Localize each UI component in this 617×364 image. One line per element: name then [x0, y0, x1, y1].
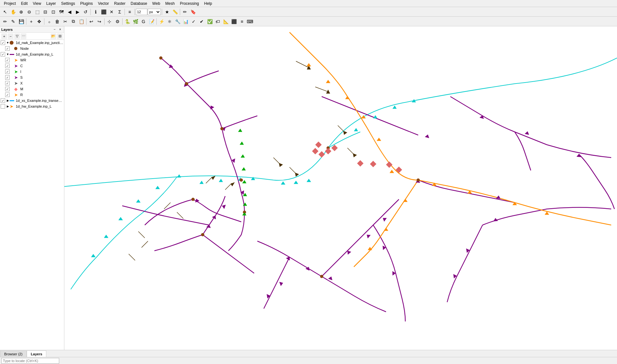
identify-btn[interactable]: ℹ [92, 8, 99, 16]
zoom-out-btn[interactable]: ⊖ [25, 8, 33, 16]
pointer-tool-btn[interactable]: ↖ [1, 8, 9, 16]
layer-checkbox-X[interactable]: ✓ [5, 81, 10, 85]
plugin-btn12[interactable]: ⌨ [246, 18, 254, 25]
add-feature-btn[interactable]: + [27, 18, 35, 25]
layer-checkbox-M[interactable]: ✓ [5, 87, 10, 91]
layer-checkbox-hw[interactable] [1, 104, 5, 109]
gdal-btn[interactable]: G [140, 18, 147, 25]
plugin-btn1[interactable]: ⚡ [158, 18, 165, 25]
log-btn[interactable]: 📝 [148, 18, 155, 25]
layer-row-X[interactable]: ✓ ▶ ➤ X [0, 80, 64, 86]
layer-row-I[interactable]: ✓ ▶ ➤ I [0, 69, 64, 75]
plugin-btn4[interactable]: 📊 [182, 18, 189, 25]
pan-btn[interactable]: ✋ [9, 8, 17, 16]
field-calc-btn[interactable]: Σ [116, 8, 124, 16]
plugin-btn3[interactable]: 🔧 [174, 18, 181, 25]
layer-checkbox-C[interactable]: ✓ [5, 64, 10, 68]
menu-processing[interactable]: Processing [177, 1, 201, 6]
plugin-btn8[interactable]: 🏷 [214, 18, 222, 25]
menu-vector[interactable]: Vector [96, 1, 112, 6]
collapse-all-btn[interactable]: ⊟ [57, 33, 63, 39]
layer-checkbox-WR[interactable]: ✓ [5, 58, 10, 62]
zoom-last-btn[interactable]: ◀ [66, 8, 73, 16]
annotation-btn[interactable]: ✏ [181, 8, 189, 16]
layer-row-junctions[interactable]: ✓ ▼ 1d_nwk_Example.inp_junctions_P [0, 40, 64, 46]
node-tool-btn[interactable]: ⬦ [45, 18, 53, 25]
expand-junctions[interactable]: ▼ [6, 41, 10, 45]
expand-links[interactable]: ▼ [6, 52, 10, 56]
menu-plugins[interactable]: Plugins [78, 1, 95, 6]
layers-options-btn[interactable]: ⋯ [21, 33, 26, 39]
menu-project[interactable]: Project [1, 1, 18, 6]
edit-btn[interactable]: ✎ [9, 18, 17, 25]
locate-input[interactable] [1, 358, 59, 364]
layer-row-R[interactable]: ✓ ▶ ➤ R [0, 92, 64, 98]
filter-layer-btn[interactable]: ▽ [14, 33, 20, 39]
undo-btn[interactable]: ↩ [87, 18, 95, 25]
menu-database[interactable]: Database [128, 1, 150, 6]
highlight-btn[interactable]: ★ [163, 8, 171, 16]
cut-btn[interactable]: ✂ [61, 18, 69, 25]
zoom-layer-btn[interactable]: 🗺 [58, 8, 65, 16]
layer-checkbox-S[interactable]: ✓ [5, 75, 10, 80]
python-btn[interactable]: 🐍 [124, 18, 131, 25]
layer-checkbox-node[interactable]: ✓ [5, 46, 10, 51]
save-layer-btn[interactable]: 💾 [17, 18, 25, 25]
measure-btn[interactable]: 📏 [171, 8, 179, 16]
redo-btn[interactable]: ↪ [96, 18, 103, 25]
zoom-full-btn[interactable]: ⊟ [41, 8, 49, 16]
menu-view[interactable]: View [30, 1, 44, 6]
layers-minus-btn[interactable]: − [52, 27, 57, 32]
expand-transects[interactable]: ▶ [6, 99, 10, 102]
snap-btn[interactable]: ⊹ [106, 18, 113, 25]
layers-close-btn[interactable]: × [58, 27, 63, 32]
scale-input[interactable] [136, 9, 147, 15]
move-feature-btn[interactable]: ✥ [35, 18, 43, 25]
layer-checkbox-links[interactable]: ✓ [1, 52, 5, 57]
zoom-in-btn[interactable]: ⊕ [17, 8, 25, 16]
plugin-btn2[interactable]: ⚛ [166, 18, 173, 25]
layer-checkbox-transects[interactable]: ✓ [1, 98, 5, 103]
delete-feature-btn[interactable]: 🗑 [53, 18, 61, 25]
menu-mesh[interactable]: Mesh [163, 1, 177, 6]
open-layer-btn[interactable]: 📂 [51, 33, 56, 39]
plugin-btn7[interactable]: ✅ [206, 18, 214, 25]
layer-row-transects[interactable]: ✓ ▶ 1d_xs_Example.inp_transects_L [0, 98, 64, 103]
layer-row-C[interactable]: ✓ ▶ ➤ C [0, 63, 64, 69]
copy-btn[interactable]: ⧉ [69, 18, 77, 25]
menu-raster[interactable]: Raster [112, 1, 128, 6]
menu-help[interactable]: Help [202, 1, 215, 6]
plugin-btn9[interactable]: 📐 [222, 18, 230, 25]
plugin-btn5[interactable]: ✓ [190, 18, 198, 25]
bookmark-btn[interactable]: 🔖 [189, 8, 197, 16]
layer-row-links[interactable]: ✓ ▼ 1d_nwk_Example.inp_L [0, 51, 64, 57]
deselect-btn[interactable]: ✕ [108, 8, 115, 16]
layer-checkbox-I[interactable]: ✓ [5, 69, 10, 74]
select-feature-btn[interactable]: ⬛ [100, 8, 107, 16]
tab-layers[interactable]: Layers [27, 351, 46, 357]
remove-layer-btn[interactable]: − [8, 33, 14, 39]
digitize-btn[interactable]: ✏ [1, 18, 9, 25]
menu-settings[interactable]: Settings [59, 1, 78, 6]
zoom-selection-btn[interactable]: ⊡ [50, 8, 57, 16]
refresh-btn[interactable]: ↺ [82, 8, 89, 16]
layer-row-WR[interactable]: ✓ ▶ ➤ WR [0, 57, 64, 63]
tab-browser[interactable]: Browser (2) [0, 351, 27, 357]
menu-web[interactable]: Web [150, 1, 162, 6]
layer-row-M[interactable]: ✓ ▶ ◆ M [0, 86, 64, 92]
plugin-btn11[interactable]: ≡ [238, 18, 246, 25]
zoom-rubber-btn[interactable]: ⬚ [33, 8, 41, 16]
menu-layer[interactable]: Layer [44, 1, 59, 6]
expand-hw[interactable]: ▶ [6, 104, 10, 108]
paste-btn[interactable]: 📋 [78, 18, 85, 25]
layer-row-hw[interactable]: ▶ ➤ 1d_hw_Example.inp_L [0, 103, 64, 109]
layer-row-S[interactable]: ✓ ▶ ➤ S [0, 75, 64, 80]
zoom-next-btn[interactable]: ▶ [74, 8, 81, 16]
menu-edit[interactable]: Edit [18, 1, 30, 6]
plugin-btn6[interactable]: ✔ [198, 18, 206, 25]
layer-row-node[interactable]: ✓ ▶ Node [0, 46, 64, 51]
add-layer-btn[interactable]: + [1, 33, 7, 39]
scale-unit-select[interactable]: px mm [148, 9, 161, 15]
layer-checkbox-junctions[interactable]: ✓ [1, 40, 5, 45]
layer-checkbox-R[interactable]: ✓ [5, 93, 10, 97]
